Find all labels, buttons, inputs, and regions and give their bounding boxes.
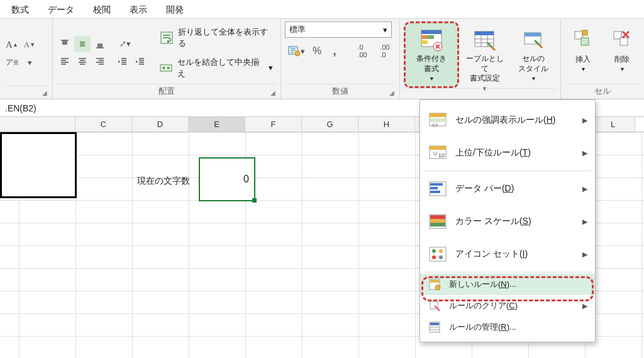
decrease-decimal-icon[interactable]: .00.0: [374, 43, 396, 59]
phonetic-guide-icon[interactable]: ア亜: [4, 54, 20, 70]
menu-highlight-cells-rules[interactable]: ≤≥ セルの強調表示ルール(H) ▶: [420, 104, 595, 137]
increase-indent-icon[interactable]: [132, 53, 148, 70]
orientation-icon[interactable]: ⤢▾: [114, 36, 136, 52]
group-cells: 挿入 ▾ 削除 ▾ セル: [561, 19, 644, 99]
align-left-icon[interactable]: [57, 53, 73, 70]
menu-label: アイコン セット(I): [455, 249, 528, 260]
svg-rect-20: [430, 113, 446, 117]
tab-view[interactable]: 表示: [130, 4, 147, 16]
svg-rect-8: [421, 40, 428, 44]
svg-rect-44: [430, 323, 439, 325]
icon-sets-icon: [428, 244, 448, 264]
menu-manage-rules[interactable]: ルールの管理(R)...: [420, 316, 595, 338]
col-header-G[interactable]: G: [302, 117, 358, 131]
format-as-table-label: ーブルとして 書式設定: [464, 54, 506, 84]
svg-point-41: [435, 285, 440, 290]
accounting-format-icon[interactable]: ▾: [285, 43, 308, 59]
cell-styles-icon: [519, 28, 547, 53]
top-bottom-icon: 10: [428, 143, 448, 163]
merge-center-label: セルを結合して中央揃え: [177, 57, 262, 79]
tab-data[interactable]: データ: [48, 4, 74, 16]
menu-label: カラー スケール(S): [455, 216, 531, 227]
col-header-blank[interactable]: [0, 117, 75, 131]
menu-new-rule[interactable]: 新しいルール(N)...: [420, 274, 595, 295]
wrap-text-button[interactable]: 折り返して全体を表示する: [155, 24, 277, 52]
col-header-L[interactable]: L: [591, 117, 635, 131]
number-format-selected: 標準: [289, 24, 306, 35]
menu-color-scales[interactable]: カラー スケール(S) ▶: [420, 205, 595, 238]
svg-rect-7: [428, 35, 434, 39]
cell-D-label[interactable]: 現在の文字数: [132, 171, 195, 191]
number-dialog-launcher-icon[interactable]: ◢: [389, 89, 394, 96]
menu-top-bottom-rules[interactable]: 10 上位/下位ルール(T) ▶: [420, 137, 595, 169]
group-caption-alignment: 配置: [158, 86, 175, 96]
delete-cells-icon: [608, 26, 636, 53]
align-top-icon[interactable]: [57, 36, 73, 52]
annotation-highlight-condfmt: 条件付き 書式 ▾: [404, 21, 459, 88]
menu-icon-sets[interactable]: アイコン セット(I) ▶: [420, 238, 595, 271]
tab-review[interactable]: 校閲: [93, 4, 111, 16]
increase-font-icon[interactable]: A▲: [4, 36, 20, 53]
menu-data-bars[interactable]: データ バー(D) ▶: [420, 172, 595, 205]
decrease-indent-icon[interactable]: [114, 53, 131, 70]
group-styles: 条件付き 書式 ▾ ーブルとして 書式設定 ▾: [400, 19, 561, 99]
col-header-C[interactable]: C: [75, 117, 132, 131]
svg-point-35: [432, 249, 436, 253]
highlight-cells-icon: ≤≥: [428, 110, 448, 130]
alignment-dialog-launcher-icon[interactable]: ◢: [270, 89, 275, 96]
percent-format-icon[interactable]: %: [309, 43, 325, 59]
svg-point-37: [439, 249, 443, 253]
menu-clear-rules[interactable]: ルールのクリア(C) ▶: [420, 295, 595, 316]
group-alignment: ⤢▾ 折り返して全体を表示する セルを結合して中央揃え ▾ 配置◢: [53, 19, 281, 99]
submenu-arrow-icon: ▶: [582, 250, 587, 259]
cell-styles-button[interactable]: セルの スタイル ▾: [511, 25, 557, 85]
delete-cells-label: 削除: [614, 55, 630, 65]
active-cell-E[interactable]: 0: [199, 157, 255, 201]
menu-label: ルールのクリア(C): [449, 300, 518, 311]
conditional-formatting-menu: ≤≥ セルの強調表示ルール(H) ▶ 10 上位/下位ルール(T) ▶ データ …: [419, 99, 596, 342]
conditional-formatting-button[interactable]: 条件付き 書式 ▾: [407, 25, 456, 85]
svg-point-3: [295, 51, 300, 56]
wrap-text-icon: [158, 30, 174, 46]
clear-rules-icon: [428, 299, 441, 313]
decrease-font-icon[interactable]: A▼: [21, 36, 38, 53]
tab-formulas[interactable]: 数式: [11, 4, 29, 16]
align-bottom-icon[interactable]: [92, 36, 108, 52]
delete-cells-button[interactable]: 削除 ▾: [604, 23, 640, 83]
format-as-table-button[interactable]: ーブルとして 書式設定 ▾: [462, 25, 508, 85]
insert-cells-label: 挿入: [575, 55, 591, 65]
submenu-arrow-icon: ▶: [582, 302, 587, 310]
group-caption-number: 数値: [332, 86, 348, 96]
col-header-E[interactable]: E: [189, 117, 245, 131]
group-font: A▲ A▼ ア亜 ▾ ◢: [0, 19, 53, 99]
svg-rect-5: [421, 30, 441, 34]
increase-decimal-icon[interactable]: .0.00: [352, 43, 373, 59]
align-middle-icon[interactable]: [74, 36, 91, 52]
col-header-H[interactable]: H: [358, 117, 415, 131]
col-header-D[interactable]: D: [132, 117, 189, 131]
data-bars-icon: [428, 179, 448, 199]
merge-center-button[interactable]: セルを結合して中央揃え ▾: [155, 54, 277, 82]
active-cell-value: 0: [243, 174, 249, 185]
menu-label: ルールの管理(R)...: [449, 322, 516, 333]
col-header-F[interactable]: F: [245, 117, 302, 131]
dropdown-icon: ▾: [269, 63, 273, 72]
dropdown-icon: ▾: [383, 25, 387, 35]
insert-cells-button[interactable]: 挿入 ▾: [565, 23, 601, 83]
font-dialog-launcher-icon[interactable]: ◢: [42, 89, 47, 96]
menu-label: 新しいルール(N)...: [449, 279, 516, 290]
menu-label: セルの強調表示ルール(H): [455, 115, 555, 126]
number-format-select[interactable]: 標準 ▾: [285, 21, 392, 38]
tab-developer[interactable]: 開発: [166, 4, 184, 16]
bordered-range: [0, 132, 77, 198]
svg-rect-16: [582, 30, 587, 35]
dropdown-icon[interactable]: ▾: [21, 54, 38, 70]
svg-rect-15: [581, 38, 589, 45]
align-right-icon[interactable]: [92, 53, 108, 70]
conditional-formatting-icon: [418, 28, 445, 53]
fill-handle[interactable]: [252, 198, 257, 203]
comma-format-icon[interactable]: ,: [326, 43, 343, 59]
svg-text:10: 10: [438, 152, 445, 159]
align-center-icon[interactable]: [74, 53, 91, 70]
svg-rect-34: [430, 247, 446, 261]
